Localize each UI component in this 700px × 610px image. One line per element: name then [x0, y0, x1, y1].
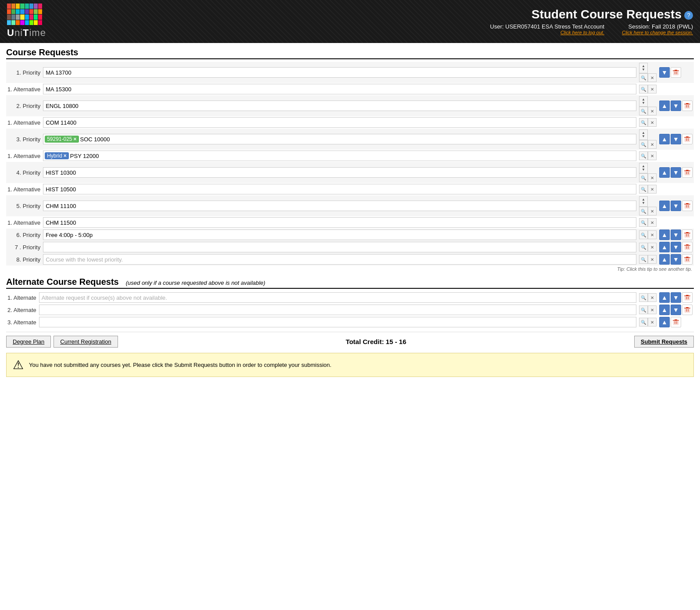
move-up-button[interactable]: ▲: [659, 305, 670, 315]
search-button[interactable]: 🔍: [639, 85, 648, 93]
search-button[interactable]: 🔍: [639, 173, 648, 182]
footer-row: Degree Plan Current Registration Total C…: [6, 332, 694, 351]
current-registration-button[interactable]: Current Registration: [54, 336, 118, 348]
search-button[interactable]: 🔍: [639, 230, 648, 239]
tip-text[interactable]: Tip: Click this tip to see another tip.: [617, 266, 692, 272]
search-button[interactable]: 🔍: [639, 293, 648, 302]
search-button[interactable]: 🔍: [639, 255, 648, 264]
move-down-button[interactable]: ▼: [659, 67, 670, 78]
clear-button[interactable]: ✕: [648, 173, 657, 182]
clear-button[interactable]: ✕: [648, 318, 657, 327]
badge-close[interactable]: ×: [64, 153, 67, 159]
course-input[interactable]: [43, 201, 636, 211]
move-up-button[interactable]: ▲: [659, 100, 670, 111]
move-down-button[interactable]: ▼: [671, 305, 681, 315]
course-input[interactable]: [70, 153, 635, 159]
move-down-button[interactable]: ▼: [671, 292, 681, 303]
logout-link[interactable]: Click here to log out.: [490, 30, 604, 35]
input-cell: [42, 162, 638, 183]
search-button[interactable]: 🔍: [639, 218, 648, 227]
course-badge: Hybrid ×: [45, 152, 69, 159]
delete-button[interactable]: [671, 67, 681, 78]
clear-button[interactable]: ✕: [648, 305, 657, 314]
move-up-button[interactable]: ▲: [659, 292, 670, 303]
course-input[interactable]: [43, 84, 636, 94]
clear-button[interactable]: ✕: [648, 243, 657, 251]
clear-button[interactable]: ✕: [648, 118, 657, 127]
move-down-button[interactable]: ▼: [671, 242, 681, 252]
header-right: Student Course Requests ? User: USER0574…: [490, 7, 693, 35]
course-input[interactable]: [43, 167, 636, 178]
course-input[interactable]: [39, 305, 636, 315]
clear-button[interactable]: ✕: [648, 218, 657, 227]
header: UniTime Student Course Requests ? User: …: [0, 0, 700, 43]
action-cell: ▲▼: [658, 129, 694, 150]
delete-button[interactable]: [682, 100, 693, 111]
delete-button[interactable]: [682, 254, 693, 265]
move-up-button[interactable]: ▲: [659, 134, 670, 144]
move-up-button[interactable]: ▲: [659, 242, 670, 252]
course-input[interactable]: [80, 136, 635, 143]
course-input[interactable]: [39, 317, 636, 327]
delete-button[interactable]: [682, 230, 693, 240]
clear-button[interactable]: ✕: [648, 85, 657, 93]
course-input[interactable]: [43, 217, 636, 228]
search-button[interactable]: 🔍: [639, 118, 648, 127]
delete-button[interactable]: [682, 305, 693, 315]
search-button[interactable]: 🔍: [639, 73, 648, 82]
search-button[interactable]: 🔍: [639, 151, 648, 160]
move-down-button[interactable]: ▼: [671, 134, 681, 144]
move-down-button[interactable]: ▼: [671, 230, 681, 240]
clear-button[interactable]: ✕: [648, 140, 657, 149]
delete-button[interactable]: [682, 292, 693, 303]
delete-button[interactable]: [682, 167, 693, 178]
move-up-button[interactable]: ▲: [659, 167, 670, 178]
help-icon[interactable]: ?: [684, 11, 693, 20]
course-input[interactable]: [39, 292, 636, 303]
search-button[interactable]: 🔍: [639, 243, 648, 251]
badge-close[interactable]: ×: [74, 136, 77, 142]
sort-button[interactable]: ▲▼: [639, 129, 648, 140]
move-down-button[interactable]: ▼: [671, 167, 681, 178]
move-down-button[interactable]: ▼: [671, 254, 681, 265]
search-button[interactable]: 🔍: [639, 318, 648, 327]
move-up-button[interactable]: ▲: [659, 317, 670, 327]
clear-button[interactable]: ✕: [648, 207, 657, 215]
course-input[interactable]: [43, 230, 636, 240]
search-button[interactable]: 🔍: [639, 207, 648, 215]
search-button[interactable]: 🔍: [639, 305, 648, 314]
move-down-button[interactable]: ▼: [671, 201, 681, 211]
clear-button[interactable]: ✕: [648, 255, 657, 264]
delete-button[interactable]: [682, 201, 693, 211]
move-up-button[interactable]: ▲: [659, 230, 670, 240]
course-input[interactable]: [43, 117, 636, 128]
move-up-button[interactable]: ▲: [659, 254, 670, 265]
clear-button[interactable]: ✕: [648, 151, 657, 160]
search-button[interactable]: 🔍: [639, 140, 648, 149]
course-input[interactable]: [43, 242, 636, 252]
search-button[interactable]: 🔍: [639, 185, 648, 194]
sort-button[interactable]: ▲▼: [639, 163, 648, 173]
sort-button[interactable]: ▲▼: [639, 96, 648, 107]
course-input[interactable]: [43, 67, 636, 78]
submit-requests-button[interactable]: Submit Requests: [634, 336, 694, 348]
delete-button[interactable]: [682, 134, 693, 144]
clear-button[interactable]: ✕: [648, 73, 657, 82]
delete-button[interactable]: [671, 317, 681, 327]
degree-plan-button[interactable]: Degree Plan: [6, 336, 51, 348]
change-session-link[interactable]: Click here to change the session.: [622, 30, 693, 35]
course-input[interactable]: [43, 184, 636, 194]
clear-button[interactable]: ✕: [648, 293, 657, 302]
sort-button[interactable]: ▲▼: [639, 196, 648, 207]
move-down-button[interactable]: ▼: [671, 100, 681, 111]
warning-icon: ⚠: [13, 358, 24, 372]
search-button[interactable]: 🔍: [639, 107, 648, 115]
move-up-button[interactable]: ▲: [659, 201, 670, 211]
course-input[interactable]: [43, 100, 636, 111]
sort-button[interactable]: ▲▼: [639, 63, 648, 73]
clear-button[interactable]: ✕: [648, 185, 657, 194]
course-input[interactable]: [43, 254, 636, 265]
delete-button[interactable]: [682, 242, 693, 252]
clear-button[interactable]: ✕: [648, 107, 657, 115]
clear-button[interactable]: ✕: [648, 230, 657, 239]
